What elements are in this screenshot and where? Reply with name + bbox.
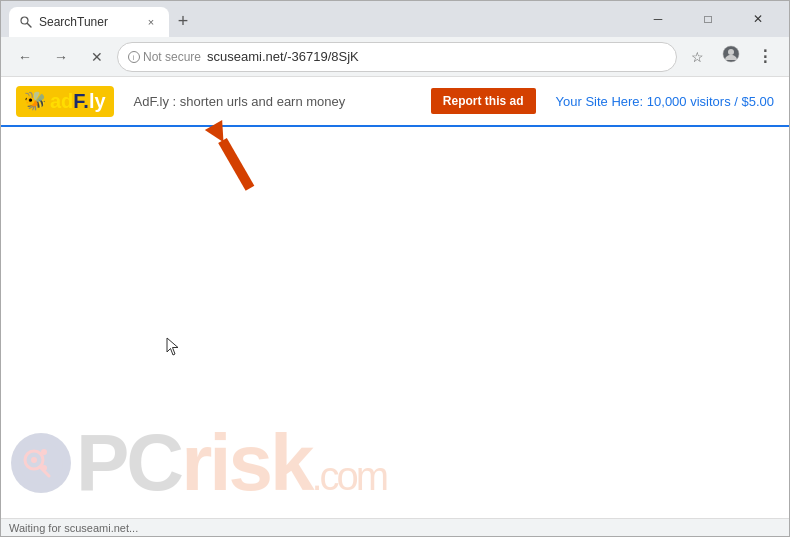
menu-icon: ⋮ <box>757 47 773 66</box>
toolbar-right-icons: ☆ ⋮ <box>681 41 781 73</box>
adfly-logo-text: adF.ly <box>50 90 106 113</box>
new-tab-button[interactable]: + <box>169 7 197 35</box>
window-controls: ─ □ ✕ <box>635 4 781 34</box>
toolbar: ← → ✕ i Not secure scuseami.net/-36719/8… <box>1 37 789 77</box>
tab-close-button[interactable]: × <box>143 14 159 30</box>
profile-icon <box>722 45 740 68</box>
ad-bar: 🐝 adF.ly AdF.ly : shorten urls and earn … <box>1 77 789 127</box>
security-indicator: i Not secure <box>128 50 201 64</box>
ad-tagline: AdF.ly : shorten urls and earn money <box>134 94 411 109</box>
tab-area: SearchTuner × + <box>9 1 623 37</box>
forward-button[interactable]: → <box>45 41 77 73</box>
page-content: 🐝 adF.ly AdF.ly : shorten urls and earn … <box>1 77 789 518</box>
back-icon: ← <box>18 49 32 65</box>
status-bar: Waiting for scuseami.net... <box>1 518 789 536</box>
maximize-button[interactable]: □ <box>685 4 731 34</box>
reload-button[interactable]: ✕ <box>81 41 113 73</box>
tab-favicon <box>19 15 33 29</box>
bookmark-button[interactable]: ☆ <box>681 41 713 73</box>
browser-window: SearchTuner × + ─ □ ✕ ← → ✕ i <box>0 0 790 537</box>
bee-icon: 🐝 <box>24 90 46 112</box>
ad-offer-text: Your Site Here: 10,000 visitors / $5.00 <box>556 94 774 109</box>
address-bar[interactable]: i Not secure scuseami.net/-36719/8SjK <box>117 42 677 72</box>
back-button[interactable]: ← <box>9 41 41 73</box>
report-ad-button[interactable]: Report this ad <box>431 88 536 114</box>
status-text: Waiting for scuseami.net... <box>9 522 138 534</box>
forward-icon: → <box>54 49 68 65</box>
profile-button[interactable] <box>715 41 747 73</box>
url-display: scuseami.net/-36719/8SjK <box>207 49 359 64</box>
svg-line-1 <box>27 23 31 27</box>
svg-text:i: i <box>133 54 135 61</box>
close-button[interactable]: ✕ <box>735 4 781 34</box>
security-label: Not secure <box>143 50 201 64</box>
tab-label: SearchTuner <box>39 15 108 29</box>
bookmark-icon: ☆ <box>691 49 704 65</box>
title-bar: SearchTuner × + ─ □ ✕ <box>1 1 789 37</box>
adfly-logo: 🐝 adF.ly <box>16 86 114 117</box>
active-tab[interactable]: SearchTuner × <box>9 7 169 37</box>
main-page-area <box>1 127 789 516</box>
minimize-button[interactable]: ─ <box>635 4 681 34</box>
svg-point-5 <box>728 49 734 55</box>
menu-button[interactable]: ⋮ <box>749 41 781 73</box>
reload-icon: ✕ <box>91 49 103 65</box>
